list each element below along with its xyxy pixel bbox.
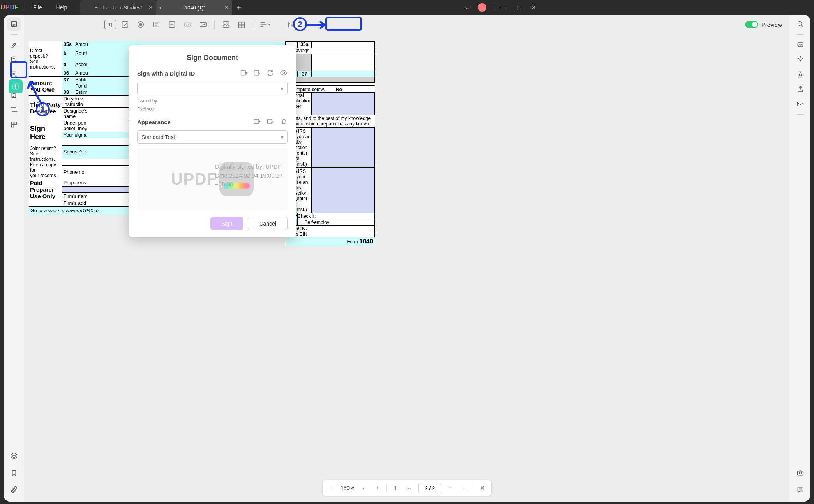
divider bbox=[23, 4, 23, 11]
menu-file[interactable]: File bbox=[26, 4, 49, 11]
svg-rect-16 bbox=[239, 22, 241, 25]
workspace: T| OK ▾ Preview 35aAmou bbox=[4, 15, 543, 337]
arrow-2 bbox=[307, 20, 328, 31]
tab-label: f1040 (1)* bbox=[183, 5, 205, 11]
window-controls: ⌄ — ▢ ✕ bbox=[460, 2, 543, 13]
ghost-text: UPDF bbox=[171, 170, 217, 189]
svg-rect-6 bbox=[11, 125, 14, 127]
new-tab-button[interactable]: ＋ bbox=[232, 0, 245, 15]
svg-rect-10 bbox=[154, 22, 159, 27]
document-area: T| OK ▾ Preview 35aAmou bbox=[24, 15, 543, 337]
sig-tz: +08:00 bbox=[215, 180, 283, 189]
checkbox-tool[interactable] bbox=[118, 18, 132, 31]
goto-prefix: Go to bbox=[30, 208, 44, 213]
svg-point-9 bbox=[139, 23, 142, 26]
checkif-label: Check if: bbox=[297, 213, 374, 219]
form-word: Form bbox=[347, 239, 358, 245]
separator bbox=[11, 34, 18, 35]
add-id-icon[interactable] bbox=[240, 69, 248, 78]
sig-date: Date:2024.02.04 19:00:27 bbox=[215, 171, 283, 180]
tab-close-icon[interactable]: ✕ bbox=[148, 4, 153, 11]
maximize-button[interactable]: ▢ bbox=[512, 2, 526, 13]
line-b-num: b bbox=[64, 51, 67, 56]
callout-box-2 bbox=[325, 17, 362, 31]
signature-tool[interactable] bbox=[196, 18, 210, 31]
svg-text:OK: OK bbox=[185, 23, 189, 26]
organize-icon[interactable] bbox=[7, 118, 21, 132]
form-fields-active-icon[interactable] bbox=[9, 79, 23, 93]
issued-by: Issued by: bbox=[137, 98, 288, 104]
dropdown-tool[interactable] bbox=[150, 18, 163, 31]
sign-with-id-label: Sign with a Digital ID bbox=[137, 70, 195, 77]
menu-help[interactable]: Help bbox=[49, 4, 74, 11]
align-tool[interactable]: ▾ bbox=[258, 18, 271, 31]
new-appearance-icon[interactable] bbox=[253, 118, 261, 127]
tab-f1040[interactable]: ▾ f1040 (1)* ✕ bbox=[156, 0, 232, 15]
knowledge-text: ements, and to the best of my knowledge … bbox=[286, 115, 375, 128]
form-toolbar: T| OK ▾ Preview bbox=[24, 15, 543, 34]
document-tabs: Find-and-...r-Studies* ✕ ▾ f1040 (1)* ✕ … bbox=[80, 0, 460, 15]
form-1040: 1040 bbox=[359, 238, 373, 245]
section-sign-here: Sign Here bbox=[29, 120, 62, 146]
r37: 37 bbox=[297, 71, 312, 77]
text-field-tool[interactable]: T| bbox=[104, 20, 116, 29]
divider bbox=[493, 4, 493, 11]
joint-return-note: Joint return? See instructions. Keep a c… bbox=[29, 145, 62, 179]
radio-tool[interactable] bbox=[134, 18, 147, 31]
line-36-num: 36 bbox=[64, 70, 69, 76]
callout-1: 1 bbox=[36, 102, 50, 116]
close-button[interactable]: ✕ bbox=[527, 2, 541, 13]
dropdown-icon[interactable]: ⌄ bbox=[460, 2, 474, 13]
svg-rect-19 bbox=[242, 25, 244, 28]
import-id-icon[interactable] bbox=[253, 69, 261, 78]
dialog-title: Sign Document bbox=[137, 54, 288, 62]
tab-find-and[interactable]: Find-and-...r-Studies* ✕ bbox=[80, 0, 156, 15]
sig-by: Digitally signed by: UPDF bbox=[215, 162, 283, 171]
goto-tail: fo bbox=[93, 208, 99, 213]
date-field-tool[interactable] bbox=[235, 18, 248, 31]
sign-document-dialog: Sign Document Sign with a Digital ID ▾ I… bbox=[129, 45, 296, 237]
listbox-tool[interactable] bbox=[165, 18, 178, 31]
svg-rect-15 bbox=[223, 22, 229, 28]
reader-mode-icon[interactable] bbox=[7, 17, 21, 31]
svg-line-27 bbox=[30, 83, 41, 104]
appearance-select[interactable]: Standard Text▾ bbox=[137, 130, 288, 144]
cancel-button[interactable]: Cancel bbox=[248, 217, 288, 230]
appearance-value: Standard Text bbox=[141, 134, 175, 140]
tab-dropdown-icon[interactable]: ▾ bbox=[159, 5, 161, 10]
refresh-icon[interactable] bbox=[267, 69, 274, 78]
svg-point-24 bbox=[283, 72, 285, 74]
tab-close-icon[interactable]: ✕ bbox=[224, 4, 229, 11]
callout-2: 2 bbox=[293, 17, 307, 31]
highlight-icon[interactable] bbox=[7, 38, 21, 52]
tab-label: Find-and-...r-Studies* bbox=[94, 5, 143, 11]
svg-rect-4 bbox=[11, 122, 14, 124]
svg-rect-38 bbox=[16, 84, 18, 89]
view-id-icon[interactable] bbox=[280, 69, 288, 78]
phone-r: Phone no. bbox=[286, 226, 375, 231]
goto-url: www.irs.gov/Form1040 bbox=[44, 208, 93, 213]
r35a: 35a bbox=[297, 42, 312, 48]
user-avatar[interactable] bbox=[475, 2, 489, 13]
svg-rect-25 bbox=[254, 119, 259, 124]
digital-id-select[interactable]: ▾ bbox=[137, 82, 288, 95]
button-tool[interactable]: OK bbox=[181, 18, 194, 31]
expires: Expires: bbox=[137, 107, 288, 112]
separator bbox=[214, 20, 215, 29]
self-employ: Self-employ bbox=[305, 220, 329, 225]
edit-appearance-icon[interactable] bbox=[267, 118, 274, 127]
minimize-button[interactable]: — bbox=[497, 2, 511, 13]
image-field-tool[interactable] bbox=[219, 18, 233, 31]
no-label: No bbox=[336, 87, 342, 92]
line-d-num: d bbox=[64, 62, 67, 67]
svg-rect-18 bbox=[239, 25, 241, 28]
svg-rect-17 bbox=[242, 22, 244, 25]
callout-box-1 bbox=[10, 61, 27, 78]
crop-icon[interactable] bbox=[7, 103, 21, 117]
line-37-num: 37 bbox=[64, 77, 69, 83]
appearance-label: Appearance bbox=[137, 119, 171, 125]
svg-rect-5 bbox=[14, 122, 16, 124]
titlebar: UPDF File Help Find-and-...r-Studies* ✕ … bbox=[0, 0, 543, 15]
delete-appearance-icon[interactable] bbox=[280, 118, 288, 127]
sign-button[interactable]: Sign bbox=[210, 217, 243, 230]
